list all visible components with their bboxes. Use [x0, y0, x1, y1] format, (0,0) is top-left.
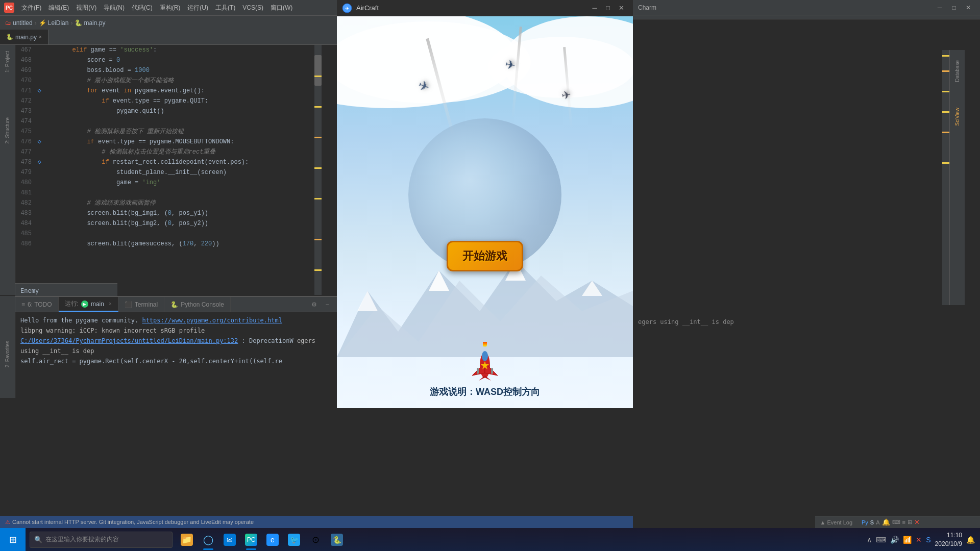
tab-close-button[interactable]: × — [39, 34, 42, 40]
tray-keyboard[interactable]: ⌨ — [876, 536, 886, 544]
code-line-474: 474 — [15, 116, 337, 127]
windows-logo: ⊞ — [9, 534, 17, 545]
tab-todo[interactable]: ≡ 6: TODO — [15, 297, 59, 312]
system-tray: ∧ ⌨ 🔊 📶 ✕ S 11:10 2020/10/9 🔔 — [867, 531, 980, 548]
tab-terminal[interactable]: ⬛ Terminal — [118, 297, 164, 312]
charm-bar: Charm ─ □ ✕ — [633, 0, 980, 15]
run-output-line4: self.air_rect = pygame.Rect(self.centerX… — [20, 356, 332, 366]
menu-navigate[interactable]: 导航(N) — [101, 3, 128, 13]
tray-x[interactable]: ✕ — [916, 536, 922, 544]
tab-run[interactable]: 运行: ▶ main × — [59, 297, 118, 312]
breadcrumb: 🗂 untitled › ⚡ LeiDian › 🐍 main.py — [0, 15, 337, 30]
taskbar-icon-python[interactable]: 🐍 — [327, 528, 347, 551]
run-output-line3: C:/Users/37364/PycharmProjects/untitled/… — [20, 336, 332, 356]
start-button[interactable]: ⊞ — [0, 528, 26, 551]
menu-window[interactable]: 窗口(W) — [267, 3, 296, 13]
menu-file[interactable]: 文件(F) — [18, 3, 44, 13]
code-line-482: 482 # 游戏结束游戏画面暂停 — [15, 198, 337, 208]
code-editor[interactable]: 467 elif game == 'success': 468 score = … — [15, 45, 337, 295]
game-canvas: ✈ ✈ ✈ 开始游戏 — [337, 16, 633, 408]
game-maximize-button[interactable]: □ — [601, 2, 615, 15]
run-output-line2: libpng warning: iCCP: known incorrect sR… — [20, 325, 332, 336]
right-side-tabs: Database SciView — [949, 50, 965, 305]
code-line-486: 486 screen.blit(gamesuccess, (170, 220)) — [15, 239, 337, 249]
bottom-panel: ↺ ↑ ■ ↓ ↵ ⋯ ≡ 6: TODO 运行: ▶ main × ⬛ Ter… — [0, 296, 337, 398]
tray-scloud[interactable]: S — [926, 536, 930, 544]
file-tab-main-py[interactable]: 🐍 main.py × — [0, 30, 48, 44]
svg-rect-14 — [477, 368, 479, 374]
breadcrumb-file[interactable]: 🐍 main.py — [75, 19, 105, 27]
menu-run[interactable]: 运行(U) — [184, 3, 211, 13]
right-tab-sciview[interactable]: SciView — [954, 108, 960, 126]
run-output: Hello from the pygame community. https:/… — [15, 312, 337, 398]
charm-controls: ─ □ ✕ — [933, 1, 975, 14]
menu-refactor[interactable]: 重构(R) — [157, 3, 184, 13]
sidebar-item-project[interactable]: 1: Project — [4, 49, 11, 74]
breadcrumb-project[interactable]: 🗂 untitled — [5, 19, 33, 27]
status-message: Cannot start internal HTTP server. Git i… — [12, 519, 254, 525]
bottom-minimize-button[interactable]: − — [322, 299, 333, 310]
start-game-button[interactable]: 开始游戏 — [447, 241, 523, 271]
breadcrumb-folder[interactable]: ⚡ LeiDian — [39, 19, 69, 27]
code-line-468: 468 score = 0 — [15, 55, 337, 65]
menu-vcs[interactable]: VCS(S) — [239, 3, 266, 12]
run-tab-close[interactable]: × — [109, 301, 112, 307]
code-line-476: 476 ◇ if event.type == pygame.MOUSEBUTTO… — [15, 137, 337, 147]
menu-edit[interactable]: 编辑(E) — [45, 3, 72, 13]
bottom-status: ⚠ Cannot start internal HTTP server. Git… — [0, 516, 633, 528]
pycharm-status: Py S A 🔔 ⌨ ≡ ⊞ ✕ — [857, 516, 980, 528]
code-line-471: 471 ◇ for event in pygame.event.get(): — [15, 86, 337, 96]
taskbar-icon-cortana[interactable]: ◯ — [198, 528, 218, 551]
charm-minimize-button[interactable]: ─ — [933, 1, 946, 14]
svg-text:✈: ✈ — [345, 6, 349, 11]
code-line-469: 469 boss.blood = 1000 — [15, 65, 337, 76]
tab-python-console[interactable]: 🐍 Python Console — [164, 297, 231, 312]
taskbar-icon-ie[interactable]: e — [262, 528, 283, 551]
taskbar-icon-twitter[interactable]: 🐦 — [284, 528, 304, 551]
right-panel-content: Database SciView egers using __int__ is … — [633, 19, 965, 285]
game-window: ✈ AirCraft ─ □ ✕ ✈ ✈ ✈ — [337, 0, 633, 408]
code-line-472: 472 if event.type == pygame.QUIT: — [15, 96, 337, 106]
search-icon: 🔍 — [34, 536, 42, 543]
charm-close-button[interactable]: ✕ — [962, 1, 975, 14]
run-output-line1: Hello from the pygame community. https:/… — [20, 315, 332, 325]
menu-tools[interactable]: 工具(T) — [212, 3, 238, 13]
player-plane — [467, 342, 503, 383]
charm-maximize-button[interactable]: □ — [947, 1, 961, 14]
game-close-button[interactable]: ✕ — [615, 2, 628, 15]
right-tab-database[interactable]: Database — [954, 60, 960, 82]
game-minimize-button[interactable]: ─ — [588, 2, 601, 15]
menu-view[interactable]: 视图(V) — [73, 3, 100, 13]
code-line-479: 479 student_plane.__init__(screen) — [15, 167, 337, 178]
pygame-community-link[interactable]: https://www.pygame.org/contribute.html — [142, 317, 282, 324]
taskbar-icon-explorer[interactable]: 📁 — [177, 528, 197, 551]
svg-marker-12 — [485, 375, 491, 381]
taskbar-icon-pycharm[interactable]: PC — [241, 528, 261, 551]
sidebar-item-favorites[interactable]: 2: Favorites — [5, 341, 10, 367]
tray-volume[interactable]: 🔊 — [890, 536, 899, 544]
taskbar-icon-mail[interactable]: ✉ — [219, 528, 240, 551]
taskbar-search[interactable]: 🔍 在这里输入你要搜索的内容 — [30, 532, 173, 548]
svg-rect-15 — [491, 368, 493, 374]
tray-network[interactable]: 📶 — [903, 536, 912, 544]
sidebar-item-structure[interactable]: 2: Structure — [4, 115, 11, 146]
taskbar-app-icons: 📁 ◯ ✉ PC e 🐦 ⊙ 🐍 — [177, 528, 347, 551]
code-line-467: 467 elif game == 'success': — [15, 45, 337, 55]
svg-marker-11 — [479, 375, 485, 381]
code-line-473: 473 pygame.quit() — [15, 106, 337, 116]
menu-code[interactable]: 代码(C) — [129, 3, 156, 13]
bottom-settings-button[interactable]: ⚙ — [308, 299, 320, 310]
event-log-label[interactable]: ▲ Event Log — [820, 519, 852, 525]
tray-up-arrow[interactable]: ∧ — [867, 536, 872, 544]
taskbar-icon-chrome[interactable]: ⊙ — [305, 528, 326, 551]
right-scrollbar[interactable] — [942, 50, 949, 305]
code-line-484: 484 screen.blit(bg_img2, (0, pos_y2)) — [15, 218, 337, 229]
scrollbar[interactable] — [314, 45, 322, 295]
game-titlebar: ✈ AirCraft ─ □ ✕ — [337, 0, 633, 16]
taskbar: ⊞ 🔍 在这里输入你要搜索的内容 📁 ◯ ✉ PC e 🐦 ⊙ 🐍 — [0, 528, 980, 551]
tray-notification[interactable]: 🔔 — [966, 536, 975, 544]
charm-panel: Charm ─ □ ✕ ↺ ↓ ↓↓ ↑ ⇒ ■ Database SciVie… — [633, 0, 980, 301]
scroll-marks — [314, 45, 322, 295]
code-line-477: 477 # 检测鼠标点击位置是否与重启rect重叠 — [15, 147, 337, 157]
file-path-link[interactable]: C:/Users/37364/PycharmProjects/untitled/… — [20, 337, 238, 344]
